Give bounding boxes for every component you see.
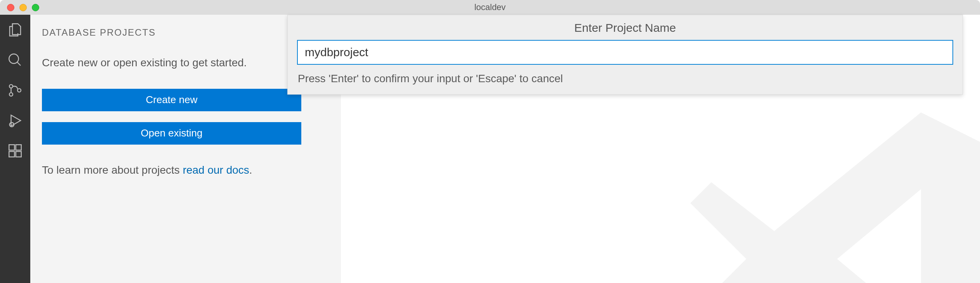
activity-bar <box>0 15 30 283</box>
svg-point-2 <box>9 93 13 96</box>
vscode-watermark-icon <box>669 85 980 283</box>
window-title: localdev <box>0 2 980 12</box>
sidebar-title: DATABASE PROJECTS <box>42 27 156 38</box>
extensions-icon[interactable] <box>7 143 23 159</box>
read-docs-link[interactable]: read our docs <box>183 164 249 176</box>
sidebar-header: DATABASE PROJECTS <box>42 23 329 42</box>
maximize-window-button[interactable] <box>32 4 39 11</box>
svg-point-3 <box>17 89 21 92</box>
learn-prefix: To learn more about projects <box>42 164 183 176</box>
svg-rect-6 <box>16 145 21 150</box>
learn-more-text: To learn more about projects read our do… <box>42 162 329 178</box>
svg-rect-8 <box>16 152 21 157</box>
close-window-button[interactable] <box>7 4 14 11</box>
source-control-icon[interactable] <box>7 82 23 98</box>
quick-input-wrap <box>288 40 963 65</box>
create-new-button[interactable]: Create new <box>42 89 301 111</box>
quick-input-hint: Press 'Enter' to confirm your input or '… <box>288 65 963 94</box>
svg-point-1 <box>9 85 13 88</box>
open-existing-button[interactable]: Open existing <box>42 122 301 145</box>
titlebar: localdev <box>0 0 980 15</box>
quick-input-dialog: Enter Project Name Press 'Enter' to conf… <box>287 15 963 95</box>
svg-rect-5 <box>9 145 14 150</box>
svg-point-0 <box>9 54 19 64</box>
quick-input-title: Enter Project Name <box>288 15 963 40</box>
minimize-window-button[interactable] <box>19 4 27 11</box>
window-controls <box>7 4 39 11</box>
sidebar-intro-text: Create new or open existing to get start… <box>42 55 329 71</box>
svg-rect-7 <box>9 152 14 157</box>
files-icon[interactable] <box>7 22 23 38</box>
project-name-input[interactable] <box>297 40 953 65</box>
search-icon[interactable] <box>7 52 23 68</box>
learn-suffix: . <box>249 164 252 176</box>
run-debug-icon[interactable] <box>7 112 23 129</box>
